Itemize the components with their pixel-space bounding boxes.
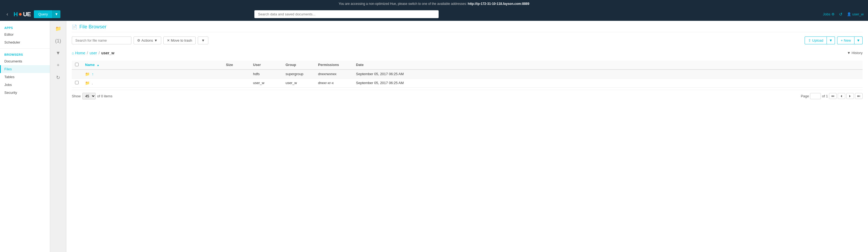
sidebar-scheduler-label: Scheduler bbox=[4, 40, 20, 44]
row-up-group: supergroup bbox=[282, 70, 315, 79]
user-label: user_w bbox=[852, 12, 864, 16]
jobs-link[interactable]: Jobs ⚙ bbox=[823, 12, 835, 16]
sort-arrow-icon: ▲ bbox=[97, 64, 99, 67]
breadcrumb-home[interactable]: ⌂ Home bbox=[72, 51, 85, 55]
file-search-input[interactable] bbox=[72, 36, 131, 44]
panel-add-icon[interactable]: + bbox=[55, 61, 61, 70]
row-dot-name: . bbox=[92, 81, 93, 85]
table-row: 📁 . user_w user_w drwxr-xr-x September 0… bbox=[72, 78, 863, 87]
query-btn-group: Query ▼ bbox=[34, 10, 60, 18]
panel-refresh-icon[interactable]: ↻ bbox=[55, 73, 62, 82]
th-permissions-label: Permissions bbox=[318, 63, 339, 67]
header-search-container bbox=[254, 10, 439, 18]
row-up-permissions: drwxrwxrwx bbox=[315, 70, 353, 79]
new-button[interactable]: + New bbox=[837, 36, 855, 44]
row-up-date: September 05, 2017 06:25 AM bbox=[353, 70, 863, 79]
top-banner: You are accessing a non-optimized Hue, p… bbox=[0, 0, 868, 8]
browsers-section-label: Browsers bbox=[0, 51, 50, 57]
pagination: Page 1 of 1 ⏮ ⏴ ⏵ ⏭ bbox=[801, 93, 863, 99]
th-name[interactable]: Name ▲ bbox=[82, 61, 223, 70]
row-dot-name-cell[interactable]: 📁 . bbox=[82, 78, 223, 87]
sidebar-divider bbox=[0, 48, 50, 49]
plus-icon: + bbox=[841, 38, 843, 42]
actions-label: Actions bbox=[142, 38, 153, 42]
breadcrumb-user[interactable]: user bbox=[90, 51, 97, 55]
sidebar-item-security[interactable]: Security bbox=[0, 89, 50, 97]
row-dot-date: September 05, 2017 06:25 AM bbox=[353, 78, 863, 87]
back-button[interactable]: ‹ bbox=[4, 10, 10, 18]
jobs-settings-icon: ⚙ bbox=[831, 12, 835, 16]
trash-icon: ✕ bbox=[167, 38, 170, 42]
fb-footer: Show 45 of 0 items Page 1 of 1 ⏮ ⏴ ⏵ ⏭ bbox=[72, 90, 863, 102]
sidebar-tables-label: Tables bbox=[4, 75, 14, 79]
banner-link: http://ip-172-31-10-118.fayson.com:8889 bbox=[468, 2, 529, 6]
sidebar-item-editor[interactable]: Editor bbox=[0, 31, 50, 38]
breadcrumb-row: ⌂ Home / user / user_w ▼ History bbox=[72, 49, 863, 57]
breadcrumb-sep1: / bbox=[87, 51, 88, 55]
home-icon: ⌂ bbox=[72, 51, 74, 55]
row-dot-size bbox=[223, 78, 250, 87]
breadcrumb-sep2: / bbox=[99, 51, 100, 55]
row-up-name-cell[interactable]: 📁 ↑ bbox=[82, 70, 223, 79]
banner-text: You are accessing a non-optimized Hue, p… bbox=[339, 2, 468, 6]
query-dropdown-button[interactable]: ▼ bbox=[52, 10, 60, 18]
jobs-label: Jobs bbox=[823, 12, 830, 16]
upload-button[interactable]: ⇧ Upload bbox=[805, 36, 827, 44]
th-group-label: Group bbox=[285, 63, 296, 67]
row-dot-group: user_w bbox=[282, 78, 315, 87]
logo: HUE bbox=[13, 11, 31, 18]
upload-dropdown-button[interactable]: ▼ bbox=[827, 36, 835, 44]
panel-filter-icon[interactable]: ▼ bbox=[54, 49, 62, 58]
page-title: File Browser bbox=[80, 24, 106, 30]
page-number-input[interactable]: 1 bbox=[810, 93, 821, 99]
sidebar-security-label: Security bbox=[4, 91, 17, 95]
chevron-down-icon: ▼ bbox=[847, 51, 851, 55]
move-to-trash-label: Move to trash bbox=[171, 38, 192, 42]
th-size-label: Size bbox=[226, 63, 233, 67]
of-items-text: of 0 items bbox=[97, 94, 113, 98]
move-to-trash-button[interactable]: ✕ Move to trash bbox=[163, 36, 196, 44]
history-button[interactable]: ▼ History bbox=[847, 51, 863, 55]
sidebar-item-jobs[interactable]: Jobs bbox=[0, 81, 50, 89]
row-up-folder-icon: 📁 bbox=[85, 72, 90, 76]
row-up-size bbox=[223, 70, 250, 79]
query-button[interactable]: Query bbox=[34, 10, 52, 18]
content-area: 📁 (1) ▼ + ↻ 📄 File Browser ⚙ Actions ▼ bbox=[50, 21, 868, 252]
breadcrumb-user-label: user bbox=[90, 51, 97, 55]
prev-page-button[interactable]: ⏴ bbox=[838, 93, 845, 99]
table-head: Name ▲ Size User Group Per bbox=[72, 61, 863, 70]
first-page-button[interactable]: ⏮ bbox=[829, 93, 837, 99]
next-page-button[interactable]: ⏵ bbox=[846, 93, 854, 99]
row-dot-checkbox-cell bbox=[72, 78, 82, 87]
of-pages-text: of 1 bbox=[822, 94, 828, 98]
refresh-icon[interactable]: ↺ bbox=[839, 12, 842, 17]
sidebar-item-documents[interactable]: Documents bbox=[0, 57, 50, 65]
more-options-button[interactable]: ▼ bbox=[198, 36, 208, 44]
th-name-label: Name bbox=[85, 63, 95, 67]
gear-icon: ⚙ bbox=[137, 38, 140, 42]
sidebar-item-files[interactable]: Files bbox=[0, 65, 50, 73]
panel-folder-icon[interactable]: 📁 bbox=[54, 24, 63, 33]
history-label: History bbox=[852, 51, 863, 55]
table-header-row: Name ▲ Size User Group Per bbox=[72, 61, 863, 70]
upload-btn-group: ⇧ Upload ▼ bbox=[805, 36, 835, 44]
select-all-checkbox[interactable] bbox=[75, 63, 79, 66]
user-menu[interactable]: 👤 user_w bbox=[847, 12, 864, 16]
actions-button[interactable]: ⚙ Actions ▼ bbox=[133, 36, 161, 44]
row-up-user: hdfs bbox=[250, 70, 282, 79]
global-search-input[interactable] bbox=[254, 10, 439, 18]
sidebar: Apps Editor Scheduler Browsers Documents… bbox=[0, 21, 50, 252]
sidebar-item-tables[interactable]: Tables bbox=[0, 73, 50, 81]
new-dropdown-button[interactable]: ▼ bbox=[855, 36, 863, 44]
logo-ue: UE bbox=[23, 11, 31, 18]
th-date: Date bbox=[353, 61, 863, 70]
actions-dropdown-icon: ▼ bbox=[154, 38, 158, 42]
sidebar-item-scheduler[interactable]: Scheduler bbox=[0, 38, 50, 46]
show-text: Show bbox=[72, 94, 81, 98]
show-count-select[interactable]: 45 bbox=[82, 93, 96, 100]
row-dot-checkbox[interactable] bbox=[75, 81, 79, 84]
sidebar-editor-label: Editor bbox=[4, 32, 13, 36]
last-page-button[interactable]: ⏭ bbox=[855, 93, 863, 99]
th-group: Group bbox=[282, 61, 315, 70]
row-up-arrow-icon[interactable]: ↑ bbox=[92, 72, 94, 76]
